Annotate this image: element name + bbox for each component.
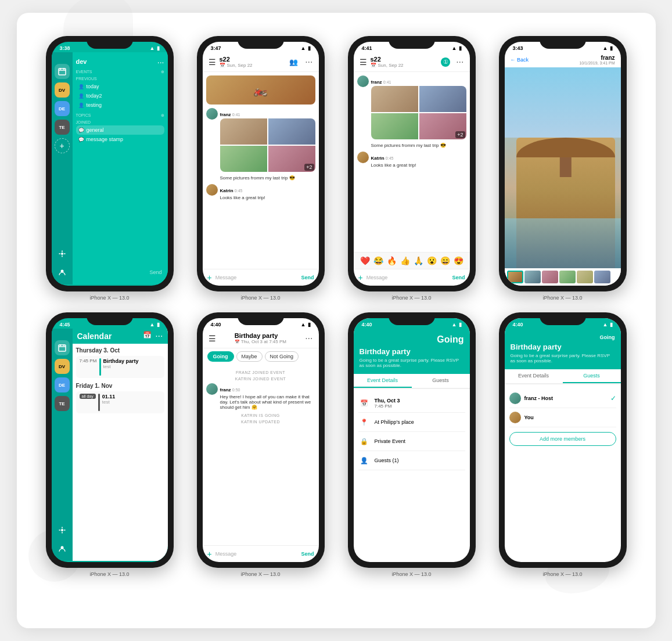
back-button[interactable]: ← Back	[511, 57, 529, 63]
thumb-1[interactable]	[507, 271, 523, 283]
add-event-icon[interactable]: ⊕	[161, 70, 164, 74]
nov-event[interactable]: all day 01.11 test	[76, 391, 164, 413]
not-going-tab[interactable]: Not Going	[265, 351, 299, 362]
svg-point-4	[61, 253, 63, 255]
joined-section: JOINED	[76, 120, 164, 124]
add-server-icon[interactable]: +	[55, 138, 70, 153]
event-name: Birthday party	[103, 358, 139, 364]
franz-name: franz	[220, 112, 232, 117]
reaction-love[interactable]: 😍	[454, 256, 463, 265]
event-desc-7: Going to be a great surprise party. Plea…	[360, 358, 464, 368]
franz-avatar-3	[357, 75, 369, 87]
maybe-tab[interactable]: Maybe	[236, 351, 263, 362]
more-options-icon[interactable]: ···	[305, 57, 312, 67]
reaction-thumbs[interactable]: 👍	[400, 256, 410, 265]
send-button-3[interactable]: Send	[452, 275, 465, 280]
event-time: 7:45 PM	[80, 358, 97, 363]
phone-2-icons: ▲ ▮	[301, 45, 311, 51]
settings-icon-5[interactable]	[55, 523, 70, 538]
plus-icon-3[interactable]: +	[358, 273, 363, 282]
thumb-3[interactable]	[542, 271, 558, 283]
more-options-icon-6[interactable]: ···	[305, 333, 312, 344]
avatar-dv-5[interactable]: DV	[55, 359, 70, 374]
tab-event-details-8[interactable]: Event Details	[505, 369, 563, 383]
phone-1-frame: 3:38 ▲ ▮ DV DE TE	[46, 36, 174, 291]
phone-1-content: dev ··· Events ⊕ PREVIOUS 👤	[73, 52, 168, 285]
tab-guests-8[interactable]: Guests	[563, 369, 621, 383]
profile-icon[interactable]	[55, 265, 70, 280]
image-grid: +2	[220, 118, 315, 172]
phone-1-container: 3:38 ▲ ▮ DV DE TE	[40, 36, 179, 301]
phone-6-time: 4:40	[211, 322, 221, 327]
reaction-wow[interactable]: 😮	[427, 256, 437, 265]
send-button-6[interactable]: Send	[301, 551, 314, 557]
thumb-6[interactable]	[594, 271, 610, 283]
franz-text-3: Some pictures fromm my last trip 😎	[371, 143, 466, 148]
phone-5-screen: 4:45 ▲ ▮ DV DE	[52, 318, 168, 562]
you-name: You	[524, 415, 616, 420]
hamburger-icon[interactable]: ☰	[209, 57, 216, 67]
birthday-party-event[interactable]: 7:45 PM Birthday party test	[76, 356, 164, 378]
event-title: Birthday party	[235, 332, 286, 339]
channel-today[interactable]: 👤 today	[76, 82, 164, 91]
add-members-button[interactable]: Add more members	[509, 432, 616, 446]
date-icon: 📅	[358, 397, 370, 409]
you-avatar	[509, 412, 521, 423]
reaction-fire[interactable]: 🔥	[387, 256, 397, 265]
thumb-4[interactable]	[559, 271, 576, 283]
contact-info: franz 10/1/2019, 3:41 PM	[579, 55, 614, 65]
thumb-2[interactable]	[524, 271, 541, 283]
phone-2-container: 3:47 ▲ ▮ ☰ s22 📅 Sun, Sep 22	[191, 36, 330, 301]
settings-icon[interactable]	[55, 246, 70, 261]
reaction-laugh[interactable]: 😂	[373, 256, 383, 265]
event-sub-2: test	[102, 399, 116, 405]
reaction-heart[interactable]: ❤️	[360, 256, 370, 265]
calendar-icon-3: 📅	[371, 63, 376, 68]
calendar-view-icon[interactable]: 📅	[143, 331, 152, 341]
more-icon[interactable]: ···	[157, 57, 164, 67]
date-nov1: Friday 1. Nov all day 01.11 tes	[76, 383, 164, 413]
roof	[516, 138, 615, 157]
wifi-icon-7: ▲	[452, 322, 457, 327]
avatar-de-5[interactable]: DE	[55, 377, 70, 392]
topics-section: Topics ⊕	[76, 113, 164, 118]
franz-time-3: 0:41	[383, 80, 391, 84]
add-topic-icon[interactable]: ⊕	[161, 113, 164, 118]
going-tab[interactable]: Going	[207, 351, 234, 362]
channel-message-stamp[interactable]: 💬 message stamp	[76, 135, 164, 144]
avatar-dv[interactable]: DV	[55, 82, 70, 98]
phone-1-screen: 3:38 ▲ ▮ DV DE TE	[52, 42, 168, 286]
tab-guests[interactable]: Guests	[412, 374, 470, 388]
plus-icon[interactable]: +	[207, 273, 212, 282]
calendar-icon-5[interactable]	[55, 340, 70, 355]
message-placeholder-6[interactable]: Message	[215, 551, 298, 557]
phone-1-time: 3:38	[60, 45, 70, 51]
calendar-nav-icon[interactable]	[55, 64, 70, 79]
reaction-smile[interactable]: 😄	[440, 256, 450, 265]
franz-text: Some pictures fromm my last trip 😎	[220, 175, 315, 181]
channel-icon-2: 👤	[78, 93, 84, 99]
hamburger-icon-3[interactable]: ☰	[360, 57, 367, 67]
profile-icon-5[interactable]	[55, 541, 70, 556]
avatar-te-5[interactable]: TE	[55, 396, 70, 411]
channel-general[interactable]: 💬 general	[76, 125, 164, 135]
thumb-5[interactable]	[577, 271, 593, 283]
send-button[interactable]: Send	[301, 275, 314, 280]
phone-1-nav: DV DE TE +	[52, 52, 73, 285]
plus-icon-6[interactable]: +	[207, 549, 212, 559]
event-title-8: Birthday party	[511, 343, 615, 351]
franz-host-name: franz - Host	[524, 395, 607, 401]
avatar-te[interactable]: TE	[55, 120, 70, 135]
hamburger-icon-6[interactable]: ☰	[209, 334, 216, 343]
send-label: Send	[149, 269, 161, 275]
user-count-icon[interactable]: 👥	[289, 58, 298, 66]
reaction-pray[interactable]: 🙏	[414, 256, 423, 265]
more-options-icon-3[interactable]: ···	[456, 57, 463, 67]
calendar-more-icon[interactable]: ···	[155, 331, 163, 341]
channel-testing[interactable]: 👤 testing	[76, 100, 164, 110]
channel-today2[interactable]: 👤 today2	[76, 91, 164, 100]
message-placeholder[interactable]: Message	[215, 275, 298, 280]
avatar-de[interactable]: DE	[55, 101, 70, 116]
message-placeholder-3[interactable]: Message	[366, 275, 449, 280]
tab-event-details[interactable]: Event Details	[354, 374, 412, 388]
